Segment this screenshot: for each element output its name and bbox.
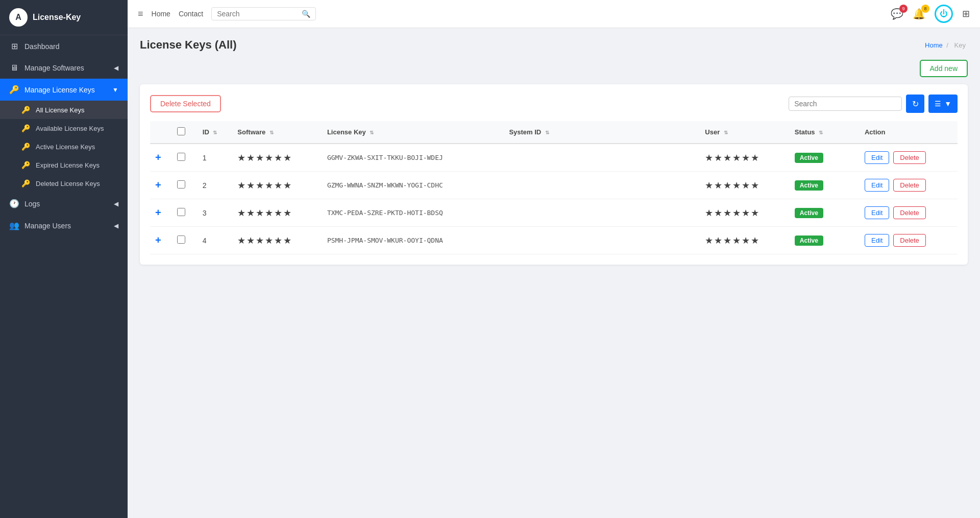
table-search-wrap[interactable]: [789, 97, 902, 111]
nav-home-link[interactable]: Home: [152, 10, 170, 18]
power-button[interactable]: ⏻: [935, 5, 953, 23]
sidebar-sub-item-label: All License Keys: [36, 106, 84, 114]
refresh-button[interactable]: ↻: [906, 95, 924, 113]
chevron-left-icon-users: ◀: [114, 222, 118, 229]
sidebar-item-label: Manage Softwares: [24, 64, 84, 72]
row-expand-1[interactable]: +: [150, 172, 172, 199]
sidebar-sub-item-label: Active License Keys: [36, 143, 95, 151]
col-id: ID ⇅: [198, 121, 233, 144]
col-software: Software ⇅: [232, 121, 322, 144]
clock-icon: 🕐: [9, 199, 19, 208]
table-row: + 3 ★★★★★★ TXMC-PEDA-SZRE-PKTD-HOTI-BDSQ…: [150, 199, 958, 227]
topbar-search[interactable]: 🔍: [211, 7, 316, 20]
row-system-id-0: [504, 144, 700, 172]
row-checkbox-2[interactable]: [172, 199, 197, 227]
row-software-1: ★★★★★★: [232, 172, 322, 199]
delete-button-1[interactable]: Delete: [893, 179, 926, 192]
status-badge-1: Active: [795, 180, 823, 191]
row-check-0[interactable]: [177, 153, 185, 161]
sidebar-item-dashboard[interactable]: ⊞ Dashboard: [0, 35, 128, 57]
search-toolbar: ↻ ☰ ▼: [789, 95, 958, 113]
row-user-1: ★★★★★★: [700, 172, 790, 199]
topbar-icons: 💬 9 🔔 8 ⏻ ⊞: [891, 5, 970, 23]
select-all-checkbox[interactable]: [177, 127, 185, 135]
row-status-0: Active: [790, 144, 860, 172]
sidebar-item-expired-license-keys[interactable]: 🔑 Expired License Keys: [0, 156, 128, 174]
edit-button-3[interactable]: Edit: [865, 234, 889, 247]
chevron-left-icon-logs: ◀: [114, 200, 118, 207]
notifications-icon-wrap[interactable]: 🔔 8: [913, 8, 925, 20]
delete-button-2[interactable]: Delete: [893, 206, 926, 219]
sidebar-item-all-license-keys[interactable]: 🔑 All License Keys: [0, 101, 128, 119]
key-sub-icon: 🔑: [21, 106, 31, 114]
row-action-3: Edit Delete: [860, 227, 958, 254]
sidebar-item-manage-users[interactable]: 👥 Manage Users ◀: [0, 215, 128, 237]
breadcrumb-home[interactable]: Home: [925, 41, 943, 49]
col-action: Action: [860, 121, 958, 144]
license-keys-table: ID ⇅ Software ⇅ License Key ⇅ System ID …: [150, 121, 958, 254]
sidebar-item-active-license-keys[interactable]: 🔑 Active License Keys: [0, 137, 128, 156]
table-header: ID ⇅ Software ⇅ License Key ⇅ System ID …: [150, 121, 958, 144]
messages-badge: 9: [899, 5, 908, 13]
delete-selected-button[interactable]: Delete Selected: [150, 95, 221, 112]
logo-icon: A: [9, 8, 28, 27]
status-badge-0: Active: [795, 153, 823, 163]
edit-button-2[interactable]: Edit: [865, 206, 889, 219]
add-new-button[interactable]: Add new: [920, 60, 968, 77]
status-badge-2: Active: [795, 208, 823, 218]
sidebar-item-logs[interactable]: 🕐 Logs ◀: [0, 193, 128, 215]
refresh-icon: ↻: [912, 99, 919, 109]
row-expand-0[interactable]: +: [150, 144, 172, 172]
sidebar-item-manage-license-keys[interactable]: 🔑 Manage License Keys ▼: [0, 79, 128, 101]
col-system-id: System ID ⇅: [504, 121, 700, 144]
sidebar-item-available-license-keys[interactable]: 🔑 Available License Keys: [0, 119, 128, 137]
view-toggle-button[interactable]: ☰ ▼: [928, 95, 958, 113]
sidebar-item-label: Dashboard: [24, 42, 60, 51]
nav-contact-link[interactable]: Contact: [179, 10, 203, 18]
col-expand: [150, 121, 172, 144]
row-checkbox-1[interactable]: [172, 172, 197, 199]
row-license-key-0: GGMV-ZKWA-SXIT-TKKU-BOJI-WDEJ: [322, 144, 504, 172]
grid-apps-icon[interactable]: ⊞: [962, 8, 970, 19]
edit-button-0[interactable]: Edit: [865, 151, 889, 164]
sidebar-nav: ⊞ Dashboard 🖥 Manage Softwares ◀ 🔑 Manag…: [0, 35, 128, 518]
power-icon: ⏻: [940, 9, 948, 18]
row-check-2[interactable]: [177, 208, 185, 216]
delete-button-0[interactable]: Delete: [893, 151, 926, 164]
col-status: Status ⇅: [790, 121, 860, 144]
sidebar-item-manage-softwares[interactable]: 🖥 Manage Softwares ◀: [0, 57, 128, 79]
chevron-left-icon: ◀: [114, 64, 118, 72]
row-check-3[interactable]: [177, 236, 185, 244]
topbar: ≡ Home Contact 🔍 💬 9 🔔 8 ⏻ ⊞: [128, 0, 980, 28]
breadcrumb-current: Key: [954, 41, 966, 49]
row-check-1[interactable]: [177, 180, 185, 189]
logo-text: License-Key: [33, 13, 81, 22]
messages-icon-wrap[interactable]: 💬 9: [891, 8, 903, 20]
notifications-badge: 8: [921, 5, 929, 13]
table-body: + 1 ★★★★★★ GGMV-ZKWA-SXIT-TKKU-BOJI-WDEJ…: [150, 144, 958, 254]
topbar-search-input[interactable]: [217, 10, 299, 18]
table-search-input[interactable]: [794, 100, 896, 108]
hamburger-icon[interactable]: ≡: [138, 9, 143, 19]
key-icon: 🔑: [9, 85, 19, 95]
row-expand-3[interactable]: +: [150, 227, 172, 254]
row-checkbox-3[interactable]: [172, 227, 197, 254]
row-software-3: ★★★★★★: [232, 227, 322, 254]
sidebar-logo: A License-Key: [0, 0, 128, 35]
row-license-key-1: GZMG-WWNA-SNZM-WKWN-YOGI-CDHC: [322, 172, 504, 199]
row-expand-2[interactable]: +: [150, 199, 172, 227]
row-user-3: ★★★★★★: [700, 227, 790, 254]
edit-button-1[interactable]: Edit: [865, 179, 889, 192]
row-system-id-3: [504, 227, 700, 254]
row-license-key-3: PSMH-JPMA-SMOV-WKUR-OOYI-QDNA: [322, 227, 504, 254]
table-row: + 1 ★★★★★★ GGMV-ZKWA-SXIT-TKKU-BOJI-WDEJ…: [150, 144, 958, 172]
row-checkbox-0[interactable]: [172, 144, 197, 172]
row-id-3: 4: [198, 227, 233, 254]
table-row: + 2 ★★★★★★ GZMG-WWNA-SNZM-WKWN-YOGI-CDHC…: [150, 172, 958, 199]
main-panel: ≡ Home Contact 🔍 💬 9 🔔 8 ⏻ ⊞ License: [128, 0, 980, 518]
delete-button-3[interactable]: Delete: [893, 234, 926, 247]
sidebar-item-deleted-license-keys[interactable]: 🔑 Deleted License Keys: [0, 174, 128, 193]
row-software-2: ★★★★★★: [232, 199, 322, 227]
list-icon: ☰: [935, 100, 941, 108]
col-checkbox: [172, 121, 197, 144]
